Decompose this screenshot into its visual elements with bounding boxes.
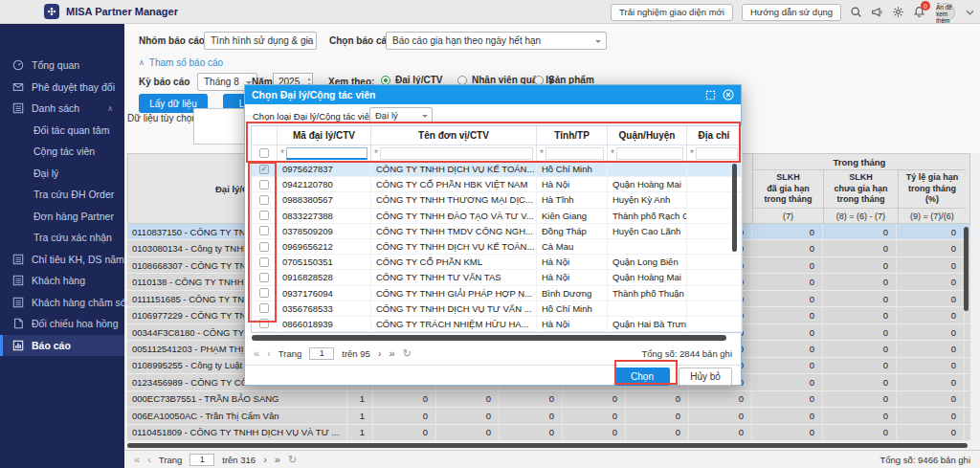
page-number-input[interactable] bbox=[189, 454, 214, 466]
row-checkbox[interactable] bbox=[259, 195, 269, 205]
table-row[interactable]: 006EA10050AC - Trần Thị Cẩm Vân 1 0 0 0 … bbox=[127, 408, 970, 424]
filter-input-ten-don-vi[interactable] bbox=[380, 147, 533, 160]
report-name-select[interactable]: Báo cáo gia hạn theo ngày hết hạn bbox=[386, 32, 607, 50]
megaphone-icon[interactable] bbox=[871, 6, 883, 18]
horizontal-scrollbar[interactable] bbox=[127, 443, 968, 448]
row-checkbox[interactable] bbox=[259, 226, 269, 235]
notifications[interactable]: 0 bbox=[913, 6, 925, 18]
value-cell: 0 bbox=[897, 374, 965, 390]
modal-horizontal-scrollbar[interactable] bbox=[252, 335, 726, 341]
row-checkbox[interactable] bbox=[259, 319, 269, 328]
value-cell: 0 bbox=[752, 425, 823, 440]
modal-pagination: « ‹ Trang trên 95 › » ↻ Tổng số: 2844 bả… bbox=[245, 344, 741, 363]
column-header[interactable]: Tỉnh/TP bbox=[537, 126, 608, 145]
gear-icon[interactable] bbox=[892, 6, 904, 18]
row-checkbox[interactable] bbox=[259, 288, 269, 298]
sidebar-item-tong-quan[interactable]: Tổng quan bbox=[0, 55, 124, 77]
last-page-icon[interactable]: » bbox=[390, 347, 395, 359]
report-group-select[interactable]: Tình hình sử dụng & gia hạn bbox=[204, 32, 317, 50]
modal-table-row[interactable]: 0969656212 CÔNG TY TNHH DỊCH VỤ KẾ TOÁN.… bbox=[252, 239, 742, 255]
modal-table-row[interactable]: 0866018939 CÔNG TY TRÁCH NHIỆM HỮU HA...… bbox=[252, 317, 742, 332]
prev-page-icon[interactable]: ‹ bbox=[147, 454, 151, 465]
modal-table-row[interactable]: 0833227388 CÔNG TY TNHH ĐÀO TẠO VÀ TƯ V.… bbox=[252, 209, 742, 224]
select-button[interactable]: Chọn bbox=[614, 368, 670, 386]
district-cell: Thành phố Thuận An bbox=[608, 286, 687, 301]
refresh-icon[interactable]: ↻ bbox=[288, 454, 297, 466]
sidebar-item-bao-cao[interactable]: Báo cáo bbox=[0, 335, 124, 357]
table-row[interactable]: 0110451809 - CÔNG TY TNHH DỊCH VỤ VÀ TƯ … bbox=[127, 425, 970, 441]
modal-table-row[interactable]: 0975627837 CÔNG TY TNHH DỊCH VỤ KẾ TOÁN.… bbox=[252, 162, 742, 177]
modal-table-row[interactable]: 0937176094 CÔNG TY TNHH GIẢI PHÁP HỢP N.… bbox=[252, 286, 742, 301]
table-row[interactable]: 000EC73B7551 - TRẦN BẢO SANG 1 0 0 0 0 0… bbox=[127, 391, 970, 408]
modal-table-row[interactable]: 0356768533 CÔNG TY TNHH DỊCH VỤ TƯ VẤN .… bbox=[252, 301, 742, 317]
row-checkbox[interactable] bbox=[259, 303, 269, 313]
refresh-icon[interactable]: ↻ bbox=[403, 347, 412, 360]
modal-table-row[interactable]: 0988380567 CÔNG TY TNHH THƯƠNG MẠI DỊC..… bbox=[252, 192, 742, 208]
new-ui-button[interactable]: Trải nghiệm giao diện mới bbox=[611, 4, 733, 21]
sidebar-item-doi-tac-quan-tam[interactable]: Đối tác quan tâm bbox=[0, 120, 124, 142]
modal-vertical-scrollbar[interactable] bbox=[732, 164, 737, 252]
modal-table-row[interactable]: 0378509209 CÔNG TY TNHH TMDV CÔNG NGH...… bbox=[252, 224, 742, 239]
modal-table-row[interactable]: 0916828528 CÔNG TY TNHH TƯ VẤN TAS Hà Nộ… bbox=[252, 270, 742, 285]
maximize-icon[interactable] bbox=[705, 90, 716, 100]
value-cell: 0 bbox=[823, 324, 897, 340]
chevron-down-icon[interactable] bbox=[966, 10, 974, 15]
filter-operator-icon[interactable]: * bbox=[374, 148, 378, 159]
select-all-checkbox[interactable] bbox=[259, 148, 269, 158]
filter-input-quan-huyen[interactable] bbox=[616, 147, 683, 160]
first-page-icon[interactable]: « bbox=[254, 347, 259, 359]
first-page-icon[interactable]: « bbox=[134, 454, 140, 465]
agency-code-cell: 0969656212 bbox=[278, 239, 371, 254]
sidebar-item-chi-tieu-kh-ds-nam[interactable]: Chỉ tiêu KH, DS năm bbox=[0, 249, 124, 271]
prev-page-icon[interactable]: ‹ bbox=[267, 347, 271, 359]
sidebar-item-don-hang-partner[interactable]: Đơn hàng Partner bbox=[0, 206, 124, 228]
value-cell: 0 bbox=[752, 358, 823, 373]
sidebar-item-tra-cuu-xac-nhan[interactable]: Tra cứu xác nhận bbox=[0, 227, 124, 249]
sidebar-item-dai-ly[interactable]: Đại lý bbox=[0, 163, 124, 185]
modal-table-row[interactable]: 0942120780 CÔNG TY CỔ PHẦN HBK VIỆT NAM … bbox=[252, 177, 742, 192]
sidebar-item-cong-tac-vien[interactable]: Cộng tác viên bbox=[0, 141, 124, 163]
filter-input-dia-chi[interactable] bbox=[696, 147, 738, 160]
sidebar-item-tra-cuu-dh-order[interactable]: Tra cứu ĐH Order bbox=[0, 184, 124, 206]
radio-icon[interactable] bbox=[534, 76, 544, 85]
row-checkbox[interactable] bbox=[259, 211, 269, 220]
collapse-chevron-icon[interactable]: ∧ bbox=[107, 104, 113, 113]
sidebar-item-label: Danh sách bbox=[32, 102, 79, 114]
row-checkbox[interactable] bbox=[259, 165, 269, 174]
sidebar-item-khach-hang-cham-soc[interactable]: Khách hàng chăm sóc bbox=[0, 292, 124, 314]
filter-operator-icon[interactable]: * bbox=[540, 148, 544, 159]
filter-input-ma-dai-ly[interactable] bbox=[286, 147, 368, 160]
column-header[interactable]: Mã đại lý/CTV bbox=[278, 126, 371, 145]
last-page-icon[interactable]: » bbox=[275, 454, 280, 465]
radio-icon[interactable] bbox=[457, 76, 467, 85]
radio-icon[interactable] bbox=[381, 76, 390, 85]
next-page-icon[interactable]: › bbox=[263, 454, 267, 465]
cancel-button[interactable]: Hủy bỏ bbox=[679, 368, 732, 386]
guide-button[interactable]: Hướng dẫn sử dụng bbox=[742, 4, 841, 21]
next-page-icon[interactable]: › bbox=[378, 347, 382, 359]
sidebar-item-khach-hang[interactable]: Khách hàng bbox=[0, 270, 124, 292]
page-number-input[interactable] bbox=[309, 347, 334, 360]
row-checkbox[interactable] bbox=[259, 180, 269, 189]
row-checkbox[interactable] bbox=[259, 242, 269, 252]
modal-table-row[interactable]: 0705150351 CÔNG TY CỔ PHẦN KML Hà Nội Qu… bbox=[252, 255, 742, 270]
filter-operator-icon[interactable]: * bbox=[690, 148, 694, 159]
column-header[interactable]: Địa chỉ bbox=[687, 126, 742, 145]
sidebar-item-doi-chieu-hoa-hong[interactable]: Đối chiếu hoa hồng bbox=[0, 313, 124, 335]
report-params-toggle[interactable]: ∧ Tham số báo cáo bbox=[139, 57, 223, 68]
agency-type-select[interactable]: Đại lý bbox=[369, 107, 433, 123]
sidebar-item-phe-duyet-thay-doi[interactable]: Phê duyệt thay đổi bbox=[0, 77, 124, 99]
row-checkbox[interactable] bbox=[259, 257, 269, 267]
column-header[interactable]: Quận/Huyện bbox=[608, 126, 687, 145]
filter-operator-icon[interactable]: * bbox=[611, 148, 614, 159]
sidebar-item-danh-sach[interactable]: Danh sách ∧ bbox=[0, 98, 124, 120]
close-icon[interactable] bbox=[723, 89, 734, 100]
vertical-scrollbar[interactable] bbox=[964, 227, 969, 311]
column-header[interactable]: Tên đơn vị/CTV bbox=[371, 126, 537, 145]
filter-input-tinh-tp[interactable] bbox=[546, 147, 604, 160]
filter-operator-icon[interactable]: * bbox=[280, 148, 284, 159]
modal-header[interactable]: Chọn Đại lý/Cộng tác viên bbox=[245, 85, 741, 104]
search-icon[interactable] bbox=[850, 6, 862, 18]
row-checkbox[interactable] bbox=[259, 273, 269, 282]
profile-menu[interactable]: Ấn để xem thêm bbox=[934, 2, 957, 23]
